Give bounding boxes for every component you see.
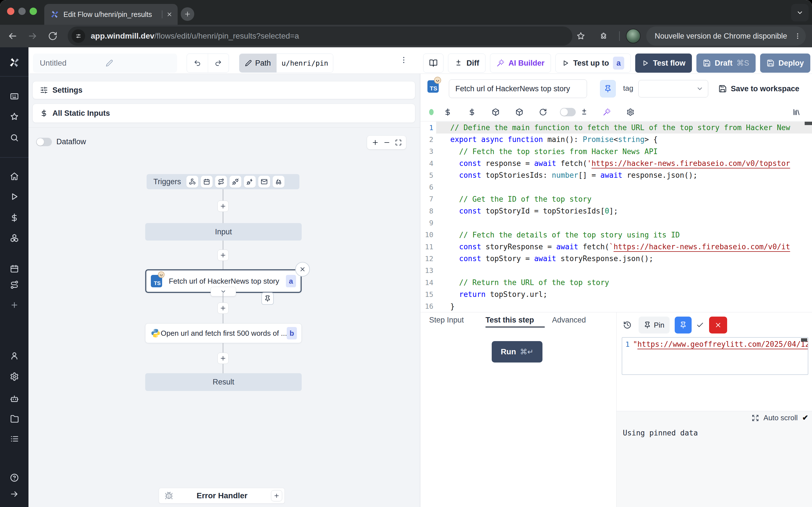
path-control[interactable]: Path u/henri/pin bbox=[239, 54, 333, 73]
draft-button[interactable]: Draft ⌘S bbox=[696, 54, 756, 73]
sidebar-item-users[interactable] bbox=[0, 349, 29, 362]
expand-icon[interactable] bbox=[752, 414, 759, 421]
step-title-input[interactable] bbox=[449, 79, 587, 98]
code-line[interactable]: 8 const topStoryId = topStoriesIds[0]; bbox=[420, 205, 812, 217]
deploy-button[interactable]: Deploy bbox=[760, 54, 810, 73]
windmill-logo-icon[interactable] bbox=[0, 56, 29, 69]
sidebar-item-search[interactable] bbox=[0, 131, 29, 145]
dataflow-toggle[interactable] bbox=[36, 138, 52, 146]
new-tab-button[interactable] bbox=[181, 7, 194, 21]
browser-tab[interactable]: Edit Flow u/henri/pin_results bbox=[44, 4, 177, 25]
sidebar-item-help[interactable] bbox=[0, 471, 29, 485]
schedule-trigger-icon[interactable] bbox=[201, 176, 213, 187]
result-node[interactable]: Result bbox=[145, 373, 302, 391]
websocket-trigger-icon[interactable] bbox=[230, 176, 241, 187]
tab-search-chevron-icon[interactable] bbox=[791, 4, 809, 21]
triggers-node[interactable]: Triggers bbox=[147, 174, 299, 189]
code-line[interactable]: 1// Define the main function to fetch th… bbox=[420, 122, 812, 133]
sidebar-item-folders[interactable] bbox=[0, 412, 29, 426]
sidebar-item-logs[interactable] bbox=[0, 432, 29, 446]
code-line[interactable]: 9 bbox=[420, 217, 812, 229]
test-flow-button[interactable]: Test flow bbox=[635, 54, 692, 73]
save-to-workspace-button[interactable]: Save to workspace bbox=[718, 80, 799, 98]
all-static-inputs-row[interactable]: All Static Inputs bbox=[33, 104, 415, 123]
code-line[interactable]: 2export async function main(): Promise<s… bbox=[420, 133, 812, 145]
variables-icon[interactable] bbox=[442, 106, 454, 118]
bookmark-star-icon[interactable] bbox=[576, 32, 585, 41]
add-step-button[interactable] bbox=[217, 201, 229, 212]
editor-settings-gear-icon[interactable] bbox=[624, 106, 637, 118]
sidebar-item-favorites[interactable] bbox=[0, 110, 29, 123]
delete-node-button[interactable] bbox=[295, 262, 310, 277]
code-line[interactable]: 4 const response = await fetch('https://… bbox=[420, 158, 812, 169]
site-settings-icon[interactable] bbox=[71, 29, 85, 43]
add-step-button[interactable] bbox=[217, 302, 229, 314]
scrollbar[interactable] bbox=[805, 122, 812, 125]
error-handler-node[interactable]: Error Handler bbox=[159, 488, 285, 504]
sidebar-item-workers[interactable] bbox=[0, 392, 29, 405]
kafka-trigger-icon[interactable] bbox=[244, 176, 256, 187]
history-icon[interactable] bbox=[620, 317, 634, 334]
minimize-window-button[interactable] bbox=[18, 8, 26, 15]
tab-test-this-step[interactable]: Test this step bbox=[486, 316, 534, 325]
maximize-window-button[interactable] bbox=[30, 8, 37, 15]
add-step-button[interactable] bbox=[217, 353, 229, 364]
library-icon[interactable] bbox=[790, 106, 803, 118]
sidebar-expand-arrow-icon[interactable] bbox=[0, 487, 29, 501]
sidebar-item-settings[interactable] bbox=[0, 370, 29, 383]
back-button[interactable] bbox=[7, 31, 17, 41]
sidebar-item-routes[interactable] bbox=[0, 278, 29, 291]
pinned-data-editor[interactable]: 1"https://www.geoffreylitt.com/2025/04/1… bbox=[622, 337, 808, 375]
polling-trigger-icon[interactable] bbox=[273, 176, 285, 187]
pin-step-button[interactable] bbox=[600, 80, 616, 98]
sidebar-item-resources[interactable] bbox=[0, 231, 29, 245]
tab-advanced[interactable]: Advanced bbox=[552, 316, 586, 325]
test-up-to-step-badge[interactable]: a bbox=[613, 57, 624, 69]
code-line[interactable]: 12 const topStory = await storyResponse.… bbox=[420, 252, 812, 265]
input-node[interactable]: Input bbox=[145, 223, 302, 240]
clear-pin-button[interactable] bbox=[709, 317, 727, 334]
scrollbar[interactable] bbox=[801, 338, 807, 342]
flow-name-field[interactable]: Untitled bbox=[33, 54, 177, 73]
code-line[interactable]: 13 bbox=[420, 265, 812, 277]
add-error-handler-button[interactable] bbox=[271, 490, 282, 501]
http-route-trigger-icon[interactable] bbox=[215, 176, 227, 187]
edit-name-pencil-icon[interactable] bbox=[106, 59, 172, 67]
extensions-icon[interactable] bbox=[599, 32, 608, 41]
more-options-kebab-icon[interactable] bbox=[400, 56, 408, 64]
sidebar-item-variables[interactable] bbox=[0, 211, 29, 224]
tab-step-input[interactable]: Step Input bbox=[429, 316, 464, 325]
test-up-to-button[interactable]: Test up to a bbox=[555, 54, 631, 73]
run-button[interactable]: Run ⌘↵ bbox=[492, 341, 543, 362]
address-bar[interactable]: app.windmill.dev/flows/edit/u/henri/pin_… bbox=[68, 26, 572, 46]
profile-avatar[interactable] bbox=[626, 29, 641, 43]
code-line[interactable]: 16} bbox=[420, 300, 812, 312]
collapse-node-chevron-icon[interactable] bbox=[211, 287, 236, 296]
flow-node-b[interactable]: Open url and fetch first 500 words of ..… bbox=[145, 323, 302, 343]
ai-builder-button[interactable]: AI Builder bbox=[490, 54, 551, 73]
sidebar-item-add[interactable] bbox=[0, 298, 29, 312]
pinned-active-button[interactable] bbox=[675, 317, 692, 334]
fit-view-button[interactable] bbox=[395, 139, 402, 146]
tab-close-icon[interactable] bbox=[166, 11, 172, 17]
zoom-in-button[interactable] bbox=[371, 139, 379, 146]
code-line[interactable]: 5 const topStoriesIds: number[] = await … bbox=[420, 169, 812, 181]
reload-icon[interactable] bbox=[537, 106, 549, 118]
package-icon[interactable] bbox=[513, 106, 525, 118]
docs-button[interactable] bbox=[423, 54, 444, 73]
code-line[interactable]: 11 const storyResponse = await fetch(`ht… bbox=[420, 241, 812, 252]
email-trigger-icon[interactable] bbox=[258, 176, 270, 187]
reload-button[interactable] bbox=[48, 31, 57, 41]
chrome-menu-kebab-icon[interactable] bbox=[794, 33, 801, 40]
sidebar-item-schedules[interactable] bbox=[0, 262, 29, 276]
zoom-out-button[interactable] bbox=[383, 139, 391, 146]
code-line[interactable]: 6 bbox=[420, 181, 812, 193]
flow-settings-row[interactable]: Settings bbox=[33, 81, 415, 99]
webhook-trigger-icon[interactable] bbox=[186, 176, 198, 187]
close-window-button[interactable] bbox=[7, 8, 14, 15]
chrome-update-button[interactable]: Nouvelle version de Chrome disponible bbox=[646, 26, 806, 46]
code-line[interactable]: 3 // Fetch the top stories from Hacker N… bbox=[420, 146, 812, 158]
code-line[interactable]: 7 // Get the ID of the top story bbox=[420, 193, 812, 205]
sidebar-item-workspace[interactable] bbox=[0, 90, 29, 103]
ai-wand-icon[interactable] bbox=[601, 106, 613, 118]
